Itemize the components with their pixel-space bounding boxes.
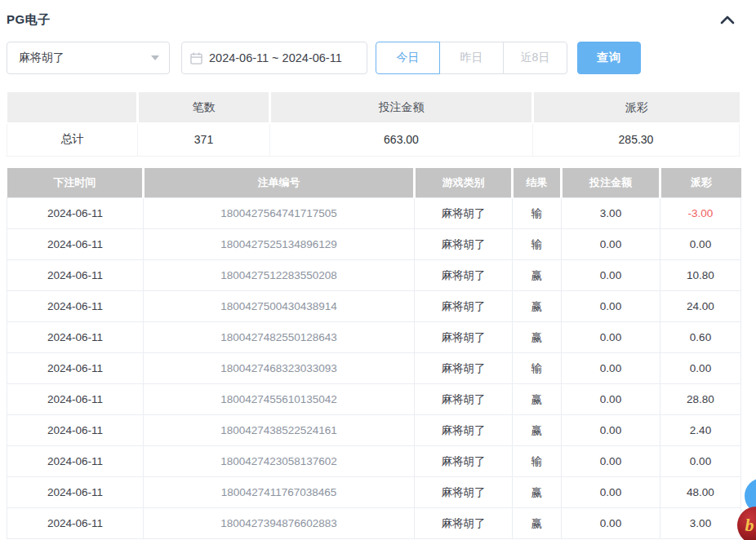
summary-header-payout: 派彩: [533, 92, 740, 123]
bet-time-cell: 2024-06-11: [7, 415, 144, 446]
game-type-cell: 麻将胡了: [415, 446, 513, 477]
order-id-cell: 1800427411767038465: [144, 477, 415, 508]
game-type-cell: 麻将胡了: [415, 353, 513, 384]
order-id-cell: 1800427394876602883: [144, 508, 415, 539]
summary-header-count: 笔数: [138, 92, 270, 123]
bet-time-cell: 2024-06-11: [7, 384, 144, 415]
payout-cell: 0.00: [660, 353, 741, 384]
order-id-cell: 1800427423058137602: [144, 446, 415, 477]
summary-total-count: 371: [138, 123, 270, 156]
bet-amount-cell: 0.00: [562, 508, 660, 539]
bet-time-cell: 2024-06-11: [7, 198, 144, 229]
summary-total-label: 总计: [7, 123, 138, 156]
bet-amount-cell: 0.00: [562, 260, 660, 291]
chevron-down-icon: [151, 55, 159, 60]
bet-amount-cell: 0.00: [562, 415, 660, 446]
game-type-cell: 麻将胡了: [415, 291, 513, 322]
bet-table: 下注时间 注单编号 游戏类别 结果 投注金额 派彩 2024-06-111800…: [7, 168, 741, 540]
result-cell: 赢: [513, 508, 562, 539]
payout-cell: 10.80: [660, 260, 741, 291]
payout-cell: 48.00: [660, 477, 741, 508]
quick-date-group: 今日 昨日 近8日: [376, 42, 567, 74]
filter-row: 麻将胡了 2024-06-11 ~ 2024-06-11 今日 昨日 近8日 查…: [7, 42, 749, 74]
result-cell: 赢: [513, 291, 562, 322]
table-row: 2024-06-111800427394876602883麻将胡了赢0.003.…: [7, 508, 741, 539]
last8days-button[interactable]: 近8日: [503, 42, 567, 74]
bet-time-cell: 2024-06-11: [7, 446, 144, 477]
page-title: PG电子: [7, 12, 51, 28]
result-cell: 赢: [513, 477, 562, 508]
bet-amount-cell: 0.00: [562, 477, 660, 508]
bet-amount-cell: 0.00: [562, 291, 660, 322]
payout-cell: 24.00: [660, 291, 741, 322]
order-id-cell: 1800427438522524161: [144, 415, 415, 446]
table-row: 2024-06-111800427564741717505麻将胡了输3.00-3…: [7, 198, 741, 229]
order-id-cell: 1800427525134896129: [144, 229, 415, 260]
order-id-cell: 1800427564741717505: [144, 198, 415, 229]
result-cell: 输: [513, 446, 562, 477]
collapse-button[interactable]: [718, 10, 737, 29]
table-row: 2024-06-111800427512283550208麻将胡了赢0.0010…: [7, 260, 741, 291]
bet-amount-cell: 3.00: [562, 198, 660, 229]
table-row: 2024-06-111800427482550128643麻将胡了赢0.000.…: [7, 322, 741, 353]
summary-header-row: 笔数 投注金额 派彩: [7, 92, 740, 123]
table-row: 2024-06-111800427411767038465麻将胡了赢0.0048…: [7, 477, 741, 508]
bet-amount-cell: 0.00: [562, 384, 660, 415]
result-cell: 输: [513, 353, 562, 384]
game-select[interactable]: 麻将胡了: [7, 42, 170, 74]
summary-header-bet-amount: 投注金额: [270, 92, 533, 123]
yesterday-button[interactable]: 昨日: [439, 42, 504, 74]
game-type-cell: 麻将胡了: [415, 198, 513, 229]
summary-total-bet-amount: 663.00: [270, 123, 533, 156]
date-range-input[interactable]: 2024-06-11 ~ 2024-06-11: [181, 42, 367, 74]
brand-logo-icon: b: [745, 515, 754, 536]
result-cell: 赢: [513, 322, 562, 353]
bet-time-cell: 2024-06-11: [7, 508, 144, 539]
summary-total-payout: 285.30: [533, 123, 740, 156]
result-cell: 赢: [513, 415, 562, 446]
pg-panel: PG电子 麻将胡了 2024-06-11 ~ 2024-06-11 今日 昨日 …: [0, 0, 749, 539]
table-row: 2024-06-111800427500430438914麻将胡了赢0.0024…: [7, 291, 741, 322]
bet-table-header-row: 下注时间 注单编号 游戏类别 结果 投注金额 派彩: [7, 168, 741, 198]
date-range-value: 2024-06-11 ~ 2024-06-11: [209, 51, 342, 64]
calendar-icon: [190, 52, 202, 64]
table-row: 2024-06-111800427455610135042麻将胡了赢0.0028…: [7, 384, 741, 415]
col-header-bet-time: 下注时间: [7, 168, 144, 198]
game-type-cell: 麻将胡了: [415, 322, 513, 353]
bet-time-cell: 2024-06-11: [7, 477, 144, 508]
query-button[interactable]: 查询: [577, 42, 641, 74]
bet-amount-cell: 0.00: [562, 229, 660, 260]
col-header-bet-amount: 投注金额: [562, 168, 660, 198]
game-type-cell: 麻将胡了: [415, 415, 513, 446]
result-cell: 输: [513, 229, 562, 260]
game-select-value: 麻将胡了: [19, 51, 64, 65]
col-header-result: 结果: [513, 168, 562, 198]
payout-cell: 2.40: [660, 415, 741, 446]
bet-amount-cell: 0.00: [562, 353, 660, 384]
game-type-cell: 麻将胡了: [415, 229, 513, 260]
summary-table: 笔数 投注金额 派彩 总计 371 663.00 285.30: [7, 92, 740, 157]
col-header-order-id: 注单编号: [144, 168, 415, 198]
bet-time-cell: 2024-06-11: [7, 260, 144, 291]
table-row: 2024-06-111800427468323033093麻将胡了输0.000.…: [7, 353, 741, 384]
result-cell: 输: [513, 198, 562, 229]
bet-time-cell: 2024-06-11: [7, 353, 144, 384]
payout-cell: 0.00: [660, 446, 741, 477]
col-header-game-type: 游戏类别: [415, 168, 513, 198]
bet-amount-cell: 0.00: [562, 446, 660, 477]
summary-total-row: 总计 371 663.00 285.30: [7, 123, 740, 156]
today-button[interactable]: 今日: [376, 42, 440, 74]
table-row: 2024-06-111800427525134896129麻将胡了输0.000.…: [7, 229, 741, 260]
game-type-cell: 麻将胡了: [415, 260, 513, 291]
bet-table-body: 2024-06-111800427564741717505麻将胡了输3.00-3…: [7, 198, 741, 539]
table-row: 2024-06-111800427438522524161麻将胡了赢0.002.…: [7, 415, 741, 446]
payout-cell: 0.00: [660, 229, 741, 260]
bet-amount-cell: 0.00: [562, 322, 660, 353]
payout-cell: -3.00: [660, 198, 741, 229]
panel-header: PG电子: [7, 10, 740, 29]
result-cell: 赢: [513, 384, 562, 415]
payout-cell: 28.80: [660, 384, 741, 415]
bet-time-cell: 2024-06-11: [7, 291, 144, 322]
game-type-cell: 麻将胡了: [415, 384, 513, 415]
order-id-cell: 1800427500430438914: [144, 291, 415, 322]
